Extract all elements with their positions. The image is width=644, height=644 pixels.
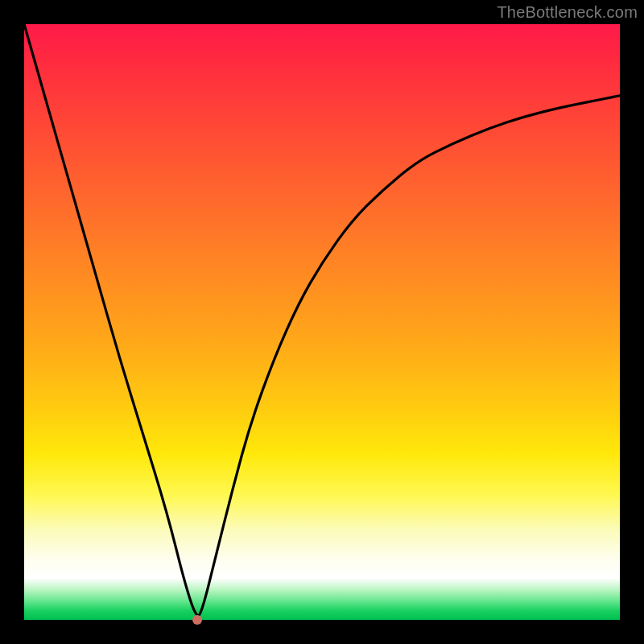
bottleneck-curve	[24, 24, 620, 620]
watermark-label: TheBottleneck.com	[497, 3, 638, 22]
plot-area	[24, 24, 620, 620]
chart-frame: TheBottleneck.com	[0, 0, 644, 644]
optimal-point-marker	[192, 615, 202, 625]
